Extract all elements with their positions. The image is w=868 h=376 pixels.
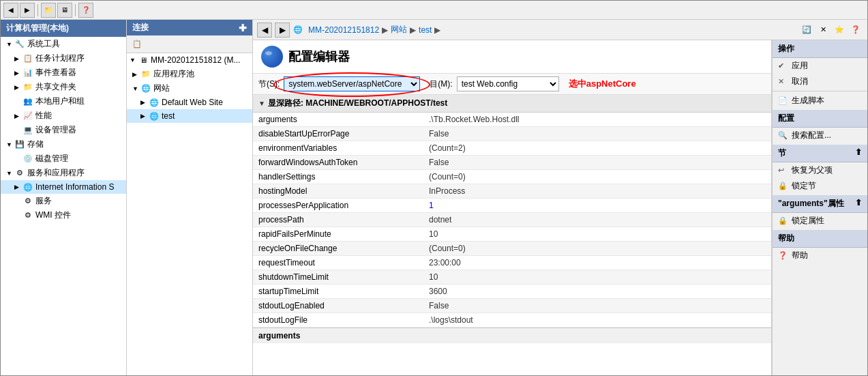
- monitor-btn[interactable]: 🖥: [57, 3, 72, 18]
- path-server[interactable]: MM-202012151812: [308, 25, 379, 35]
- editor-globe-icon: [261, 46, 283, 68]
- row-key: stdoutLogEnabled: [253, 299, 423, 313]
- conn-tree-item-sites[interactable]: ▼ 🌐 网站: [127, 81, 252, 96]
- attrib-collapse-btn[interactable]: ⬆: [855, 198, 862, 207]
- expand-icon-task: ▶: [14, 55, 23, 62]
- right-action-cancel[interactable]: ✕ 取消: [773, 74, 867, 89]
- filter-file-select[interactable]: test Web.config: [457, 76, 559, 91]
- annotation-text: 选中aspNetCore: [569, 78, 636, 90]
- lock-icon: 🔒: [778, 182, 789, 190]
- right-panel-config-title: 配置: [778, 113, 794, 123]
- sidebar-item-device-manager[interactable]: 💻 设备管理器: [1, 123, 126, 137]
- table-row[interactable]: requestTimeout 23:00:00: [253, 256, 771, 270]
- connection-tree: ▼ 🖥 MM-202012151812 (M... ▶ 📁 应用程序池 ▼ 🌐 …: [127, 53, 252, 123]
- right-panel-config-header: 配置: [773, 110, 867, 128]
- section-expand-icon[interactable]: ▼: [258, 100, 265, 107]
- refresh-btn[interactable]: 🔄: [799, 23, 814, 38]
- conn-nav-btn[interactable]: 📋: [130, 37, 145, 52]
- sidebar-item-local-users[interactable]: 👥 本地用户和组: [1, 94, 126, 109]
- right-action-generate[interactable]: 📄 生成脚本: [773, 93, 867, 109]
- conn-tree-item-server[interactable]: ▼ 🖥 MM-202012151812 (M...: [127, 53, 252, 67]
- sidebar-item-system-tools[interactable]: ▼ 🔧 系统工具: [1, 37, 126, 51]
- right-panel-help-title: 帮助: [778, 233, 794, 243]
- content-area: ◀ ▶ 🌐 MM-202012151812 ▶ 网站 ▶ test ▶ 🔄 ✕: [253, 20, 867, 375]
- sidebar-item-event-viewer[interactable]: ▶ 📊 事件查看器: [1, 66, 126, 80]
- top-toolbar: ◀ ▶ 📁 🖥 ❓: [1, 1, 867, 20]
- row-value: .\logs\stdout: [423, 313, 771, 328]
- iis-icon: 🌐: [23, 182, 33, 192]
- bottom-section: arguments: [253, 328, 771, 343]
- sidebar-label-task-scheduler: 任务计划程序: [35, 53, 85, 64]
- table-row[interactable]: arguments .\Tb.Rocket.Web.Host.dll: [253, 113, 771, 127]
- connection-add-btn[interactable]: ✚: [239, 23, 247, 33]
- right-panel-section-section: 节 ⬆ ↩ 恢复为父项 🔒 锁定节: [773, 145, 867, 194]
- row-value: dotnet: [423, 213, 771, 227]
- right-action-restore[interactable]: ↩ 恢复为父项: [773, 162, 867, 178]
- table-row[interactable]: disableStartUpErrorPage False: [253, 127, 771, 141]
- help-btn[interactable]: ❓: [78, 3, 93, 18]
- stop-btn[interactable]: ✕: [815, 23, 830, 38]
- right-action-lock[interactable]: 🔒 锁定节: [773, 178, 867, 194]
- conn-tree-item-default-site[interactable]: ▶ 🌐 Default Web Site: [127, 96, 252, 109]
- back-btn[interactable]: ◀: [3, 3, 18, 18]
- sidebar-item-services-apps[interactable]: ▼ ⚙ 服务和应用程序: [1, 166, 126, 180]
- right-action-lock-attrib[interactable]: 🔒 锁定属性: [773, 213, 867, 229]
- table-row[interactable]: startupTimeLimit 3600: [253, 285, 771, 299]
- main-forward-btn[interactable]: ▶: [275, 23, 290, 38]
- table-row[interactable]: stdoutLogEnabled False: [253, 299, 771, 313]
- conn-label-sites: 网站: [153, 83, 170, 94]
- sidebar-item-wmi[interactable]: ⚙ WMI 控件: [1, 208, 126, 222]
- row-value: False: [423, 156, 771, 170]
- table-row[interactable]: processPath dotnet: [253, 213, 771, 227]
- section-collapse-btn[interactable]: ⬆: [855, 147, 862, 157]
- divider1: [773, 91, 867, 91]
- favorites-btn[interactable]: ⭐: [832, 23, 847, 38]
- sidebar-item-shared-folders[interactable]: ▶ 📁 共享文件夹: [1, 80, 126, 94]
- table-row[interactable]: processesPerApplication 1: [253, 199, 771, 213]
- sidebar-item-disk-management[interactable]: 💿 磁盘管理: [1, 151, 126, 166]
- sidebar-item-services[interactable]: ⚙ 服务: [1, 194, 126, 208]
- main-help-btn[interactable]: ❓: [848, 23, 863, 38]
- toolbar-sep2: [75, 4, 76, 16]
- table-row[interactable]: forwardWindowsAuthToken False: [253, 156, 771, 170]
- table-row[interactable]: shutdownTimeLimit 10: [253, 270, 771, 285]
- folder-btn[interactable]: 📁: [41, 3, 56, 18]
- expand-sites: ▼: [132, 85, 140, 92]
- table-row[interactable]: handlerSettings (Count=0): [253, 170, 771, 184]
- main-back-btn[interactable]: ◀: [257, 23, 272, 38]
- conn-tree-item-test[interactable]: ▶ 🌐 test: [127, 109, 252, 123]
- table-row[interactable]: hostingModel InProcess: [253, 184, 771, 199]
- sites-icon: 🌐: [140, 83, 151, 94]
- path-test[interactable]: test: [419, 25, 432, 35]
- conn-label-test: test: [162, 111, 175, 121]
- right-action-help[interactable]: ❓ 帮助: [773, 248, 867, 263]
- sidebar-item-storage[interactable]: ▼ 💾 存储: [1, 137, 126, 151]
- path-sep1: ▶: [382, 25, 388, 35]
- sidebar-label-device-manager: 设备管理器: [35, 124, 76, 136]
- right-panel-help-header: 帮助: [773, 230, 867, 248]
- filter-select[interactable]: system.webServer/aspNetCore: [284, 76, 420, 91]
- table-row[interactable]: recycleOnFileChange (Count=0): [253, 242, 771, 256]
- row-key: recycleOnFileChange: [253, 242, 423, 256]
- address-path: MM-202012151812 ▶ 网站 ▶ test ▶: [308, 24, 796, 35]
- sidebar-title: 计算机管理(本地): [6, 23, 69, 33]
- table-row[interactable]: rapidFailsPerMinute 10: [253, 227, 771, 242]
- expand-icon-event: ▶: [14, 70, 23, 76]
- sidebar-item-performance[interactable]: ▶ 📈 性能: [1, 109, 126, 123]
- sidebar-item-task-scheduler[interactable]: ▶ 📋 任务计划程序: [1, 51, 126, 66]
- row-key: rapidFailsPerMinute: [253, 227, 423, 242]
- sidebar-item-iis[interactable]: ▶ 🌐 Internet Information S: [1, 180, 126, 194]
- path-sites[interactable]: 网站: [391, 24, 407, 35]
- conn-tree-item-apppool[interactable]: ▶ 📁 应用程序池: [127, 67, 252, 81]
- row-key: shutdownTimeLimit: [253, 270, 423, 285]
- right-label-help: 帮助: [792, 250, 808, 261]
- table-row[interactable]: environmentVariables (Count=2): [253, 141, 771, 156]
- right-action-apply[interactable]: ✔ 应用: [773, 58, 867, 74]
- restore-icon: ↩: [778, 166, 789, 175]
- right-action-search-config[interactable]: 🔍 搜索配置...: [773, 128, 867, 143]
- wmi-icon: ⚙: [23, 210, 33, 221]
- system-tools-icon: 🔧: [14, 39, 25, 50]
- forward-btn[interactable]: ▶: [20, 3, 35, 18]
- table-row[interactable]: stdoutLogFile .\logs\stdout: [253, 313, 771, 328]
- main-address-bar: ◀ ▶ 🌐 MM-202012151812 ▶ 网站 ▶ test ▶ 🔄 ✕: [253, 20, 867, 40]
